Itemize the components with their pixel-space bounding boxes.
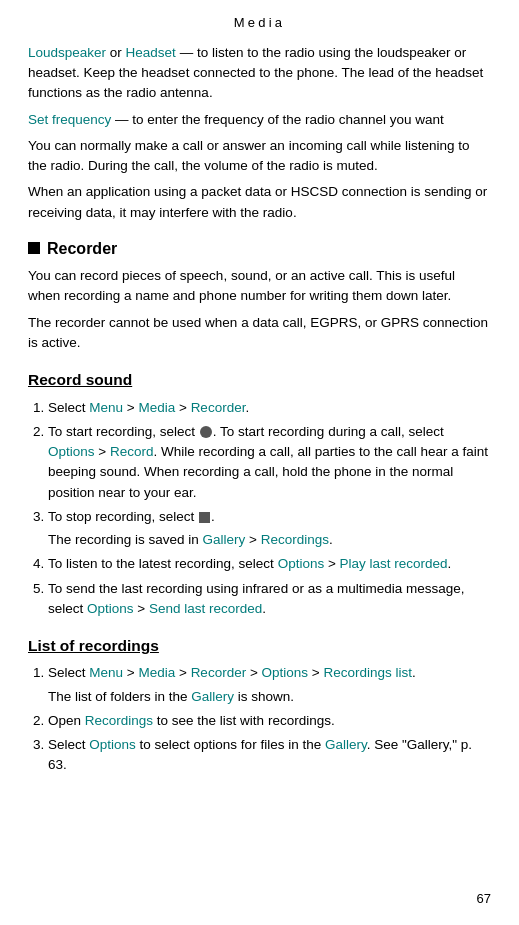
recorder-para2: The recorder cannot be used when a data … xyxy=(28,313,491,354)
rs3-prefix: To stop recording, select xyxy=(48,509,198,524)
rs1-suffix: . xyxy=(245,400,249,415)
rs1-sep1: > xyxy=(123,400,138,415)
record-step-1: Select Menu > Media > Recorder. xyxy=(48,398,491,418)
lor-step-2: Open Recordings to see the list with rec… xyxy=(48,711,491,731)
lor1-sub-suffix: is shown. xyxy=(234,689,294,704)
lor1-suffix: . xyxy=(412,665,416,680)
rs1-recorder-link[interactable]: Recorder xyxy=(191,400,246,415)
lor1-sub: The list of folders in the Gallery is sh… xyxy=(48,687,491,707)
lor1-sep2: > xyxy=(175,665,190,680)
rs2-prefix: To start recording, select xyxy=(48,424,199,439)
rs1-sep2: > xyxy=(175,400,190,415)
page-number: 67 xyxy=(477,890,491,909)
rs2-sep1: > xyxy=(95,444,110,459)
rs2-record-link[interactable]: Record xyxy=(110,444,154,459)
rs5-suffix: . xyxy=(262,601,266,616)
rs4-sep: > xyxy=(324,556,339,571)
list-of-recordings-heading: List of recordings xyxy=(28,635,491,657)
record-sound-heading: Record sound xyxy=(28,369,491,391)
rs5-sep: > xyxy=(134,601,149,616)
intro-paragraph-2: Set frequency — to enter the frequency o… xyxy=(28,110,491,130)
headset-link[interactable]: Headset xyxy=(126,45,176,60)
recorder-para1: You can record pieces of speech, sound, … xyxy=(28,266,491,307)
rs3-sub-suffix: . xyxy=(329,532,333,547)
record-sound-steps: Select Menu > Media > Recorder. To start… xyxy=(28,398,491,620)
lor1-gallery-link[interactable]: Gallery xyxy=(191,689,234,704)
rs2-options-link[interactable]: Options xyxy=(48,444,95,459)
lor1-sep4: > xyxy=(308,665,323,680)
lor-step-3: Select Options to select options for fil… xyxy=(48,735,491,776)
record-step-2: To start recording, select . To start re… xyxy=(48,422,491,503)
lor1-sep3: > xyxy=(246,665,261,680)
lor1-sep1: > xyxy=(123,665,138,680)
record-step-3: To stop recording, select . The recordin… xyxy=(48,507,491,551)
bullet-square-icon xyxy=(28,242,40,254)
rs2-mid: . To start recording during a call, sele… xyxy=(213,424,444,439)
lor1-recorder-link[interactable]: Recorder xyxy=(191,665,247,680)
lor2-prefix: Open xyxy=(48,713,85,728)
record-icon xyxy=(200,426,212,438)
rs3-sub-prefix: The recording is saved in xyxy=(48,532,203,547)
lor2-suffix: to see the list with recordings. xyxy=(153,713,335,728)
lor1-prefix: Select xyxy=(48,665,89,680)
lor2-recordings-link[interactable]: Recordings xyxy=(85,713,153,728)
page-title: Media xyxy=(28,14,491,33)
loudspeaker-link[interactable]: Loudspeaker xyxy=(28,45,106,60)
rs3-recordings-link[interactable]: Recordings xyxy=(261,532,329,547)
list-of-recordings-steps: Select Menu > Media > Recorder > Options… xyxy=(28,663,491,775)
recorder-section-heading: Recorder xyxy=(28,237,491,260)
intro-paragraph-4: When an application using a packet data … xyxy=(28,182,491,223)
rs1-menu-link[interactable]: Menu xyxy=(89,400,123,415)
rs3-gallery-link[interactable]: Gallery xyxy=(203,532,246,547)
rs4-suffix: . xyxy=(448,556,452,571)
lor1-media-link[interactable]: Media xyxy=(138,665,175,680)
lor1-menu-link[interactable]: Menu xyxy=(89,665,123,680)
rs5-send-link[interactable]: Send last recorded xyxy=(149,601,262,616)
rs1-media-link[interactable]: Media xyxy=(138,400,175,415)
set-frequency-link[interactable]: Set frequency xyxy=(28,112,111,127)
intro-line2-suffix: — to enter the frequency of the radio ch… xyxy=(111,112,443,127)
lor1-sub-prefix: The list of folders in the xyxy=(48,689,191,704)
page: Media Loudspeaker or Headset — to listen… xyxy=(0,0,519,925)
rs4-options-link[interactable]: Options xyxy=(278,556,325,571)
rs3-suffix: . xyxy=(211,509,215,524)
rs4-prefix: To listen to the latest recording, selec… xyxy=(48,556,278,571)
intro-or: or xyxy=(106,45,126,60)
record-step-4: To listen to the latest recording, selec… xyxy=(48,554,491,574)
rs4-play-link[interactable]: Play last recorded xyxy=(340,556,448,571)
rs5-options-link[interactable]: Options xyxy=(87,601,134,616)
lor1-options-link[interactable]: Options xyxy=(262,665,309,680)
lor3-suffix-pre: to select options for files in the xyxy=(136,737,325,752)
rs1-prefix: Select xyxy=(48,400,89,415)
rs3-sub: The recording is saved in Gallery > Reco… xyxy=(48,530,491,550)
recorder-heading: Recorder xyxy=(47,237,117,260)
lor-step-1: Select Menu > Media > Recorder > Options… xyxy=(48,663,491,707)
intro-paragraph-3: You can normally make a call or answer a… xyxy=(28,136,491,177)
lor1-recordings-list-link[interactable]: Recordings list xyxy=(323,665,412,680)
lor3-options-link[interactable]: Options xyxy=(89,737,136,752)
lor3-prefix: Select xyxy=(48,737,89,752)
stop-icon xyxy=(199,512,210,523)
intro-paragraph-1: Loudspeaker or Headset — to listen to th… xyxy=(28,43,491,104)
lor3-gallery-link[interactable]: Gallery xyxy=(325,737,367,752)
record-step-5: To send the last recording using infrare… xyxy=(48,579,491,620)
rs3-sub-sep: > xyxy=(245,532,260,547)
